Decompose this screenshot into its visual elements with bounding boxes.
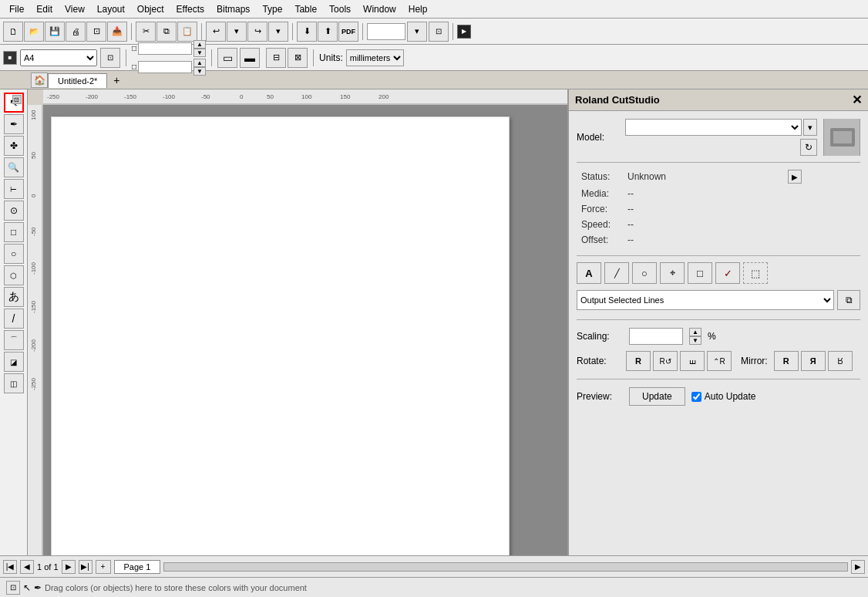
status-expand-btn[interactable]: ▶ bbox=[788, 170, 802, 184]
output-pen-btn[interactable]: ╱ bbox=[604, 262, 629, 284]
export-up-btn[interactable]: ⬆ bbox=[318, 22, 338, 42]
copy-btn[interactable]: ⧉ bbox=[156, 22, 177, 42]
open-btn[interactable]: 📂 bbox=[24, 22, 44, 42]
measure-tool[interactable]: ⊢ bbox=[4, 179, 24, 199]
zoom-fit-btn[interactable]: ⊡ bbox=[429, 22, 449, 42]
undo-dropdown[interactable]: ▾ bbox=[227, 22, 247, 42]
menu-edit[interactable]: Edit bbox=[30, 2, 59, 16]
output-check-btn[interactable]: ✓ bbox=[715, 262, 740, 284]
svg-text:0: 0 bbox=[240, 93, 244, 100]
page-prev-btn[interactable]: ◀ bbox=[20, 560, 34, 574]
width-down[interactable]: ▼ bbox=[193, 49, 206, 57]
bezier-tool[interactable]: ✒ bbox=[4, 114, 24, 134]
tab-untitled[interactable]: Untitled-2* bbox=[48, 73, 107, 88]
export-down-btn[interactable]: ⬇ bbox=[297, 22, 317, 42]
eraser-tool[interactable]: ◫ bbox=[4, 373, 24, 393]
zoom-input[interactable]: 36% bbox=[367, 23, 405, 40]
layout-btn1[interactable]: ⊟ bbox=[266, 48, 286, 68]
output-brush-btn[interactable]: ⌖ bbox=[660, 262, 685, 284]
scaling-input[interactable]: 100 bbox=[629, 328, 683, 345]
text-tool[interactable]: あ bbox=[4, 287, 24, 307]
mirror-v-btn[interactable]: R bbox=[828, 351, 853, 371]
polygon-tool[interactable]: ⬡ bbox=[4, 265, 24, 285]
undo-btn[interactable]: ↩ bbox=[206, 22, 226, 42]
zoom-dropdown[interactable]: ▾ bbox=[407, 22, 427, 42]
status-left-btn[interactable]: ⊡ bbox=[6, 581, 20, 595]
height-down[interactable]: ▼ bbox=[193, 67, 206, 76]
scroll-right-btn[interactable]: ▶ bbox=[851, 560, 865, 574]
spiral-tool[interactable]: ⊙ bbox=[4, 201, 24, 221]
menu-file[interactable]: File bbox=[3, 2, 30, 16]
home-btn[interactable]: 🏠 bbox=[31, 73, 48, 88]
output-circle-btn[interactable]: ○ bbox=[632, 262, 657, 284]
menu-help[interactable]: Help bbox=[402, 2, 434, 16]
rotate-0-btn[interactable]: R bbox=[626, 351, 651, 371]
landscape-btn[interactable]: ▬ bbox=[240, 48, 260, 68]
model-dropdown[interactable]: ▾ bbox=[803, 119, 817, 136]
page-add-btn[interactable]: + bbox=[96, 560, 111, 574]
horizontal-scrollbar[interactable] bbox=[163, 562, 848, 572]
line-tool[interactable]: / bbox=[4, 309, 24, 329]
pdf-btn[interactable]: PDF bbox=[338, 22, 358, 42]
portrait-btn[interactable]: ▭ bbox=[217, 48, 237, 68]
menu-effects[interactable]: Effects bbox=[170, 2, 210, 16]
model-select[interactable] bbox=[625, 119, 802, 136]
menu-tools[interactable]: Tools bbox=[323, 2, 357, 16]
units-select[interactable]: millimeters bbox=[346, 49, 404, 66]
auto-update-checkbox[interactable] bbox=[691, 392, 701, 402]
menu-window[interactable]: Window bbox=[357, 2, 402, 16]
width-input[interactable]: 210.0 mm bbox=[138, 42, 192, 55]
save-btn[interactable]: 💾 bbox=[45, 22, 65, 42]
scaling-up-btn[interactable]: ▲ bbox=[689, 328, 701, 336]
fill-tool[interactable]: ◪ bbox=[4, 352, 24, 372]
output-square-btn[interactable]: □ bbox=[688, 262, 712, 284]
new-document-btn[interactable]: 🗋 bbox=[3, 22, 23, 42]
rectangle-tool[interactable]: □ bbox=[4, 222, 24, 242]
menu-view[interactable]: View bbox=[59, 2, 91, 16]
page-size-select[interactable]: A4 bbox=[20, 49, 97, 66]
output-dashed-btn[interactable]: ⬚ bbox=[743, 262, 768, 284]
zoom-tool[interactable]: 🔍 bbox=[4, 157, 24, 177]
menu-object[interactable]: Object bbox=[131, 2, 170, 16]
cut-btn[interactable]: ✂ bbox=[136, 22, 156, 42]
page-last-btn[interactable]: ▶| bbox=[79, 560, 93, 574]
rotate-90-btn[interactable]: R↺ bbox=[653, 351, 678, 371]
print-btn[interactable]: 🖨 bbox=[66, 22, 86, 42]
update-btn[interactable]: Update bbox=[629, 387, 685, 406]
task-btn[interactable]: ▶ bbox=[457, 25, 471, 39]
copy-output-btn[interactable]: ⧉ bbox=[837, 290, 860, 310]
pointer-tool[interactable]: ↖ ⊡ bbox=[4, 93, 24, 113]
mirror-normal-btn[interactable]: R bbox=[774, 351, 799, 371]
output-select[interactable]: Output Selected Lines bbox=[577, 290, 834, 310]
scaling-down-btn[interactable]: ▼ bbox=[689, 336, 701, 345]
layout-btn2[interactable]: ⊠ bbox=[288, 48, 308, 68]
menu-bitmaps[interactable]: Bitmaps bbox=[210, 2, 256, 16]
canvas-bg[interactable] bbox=[43, 105, 567, 555]
print-preview-btn[interactable]: ⊡ bbox=[86, 22, 106, 42]
rotate-270-btn[interactable]: ⌃R bbox=[707, 351, 732, 371]
redo-btn[interactable]: ↪ bbox=[247, 22, 267, 42]
page-settings-btn[interactable]: ⊡ bbox=[100, 48, 120, 68]
width-up[interactable]: ▲ bbox=[193, 40, 206, 49]
paste-btn[interactable]: 📋 bbox=[177, 22, 197, 42]
redo-dropdown[interactable]: ▾ bbox=[268, 22, 288, 42]
import-btn[interactable]: 📥 bbox=[107, 22, 127, 42]
page-next-btn[interactable]: ▶ bbox=[62, 560, 76, 574]
connector-tool[interactable]: ⌒ bbox=[4, 330, 24, 350]
menu-type[interactable]: Type bbox=[256, 2, 288, 16]
height-up[interactable]: ▲ bbox=[193, 59, 206, 67]
add-tab-btn[interactable]: + bbox=[107, 72, 126, 89]
refresh-btn[interactable]: ↻ bbox=[800, 139, 817, 156]
menu-table[interactable]: Table bbox=[288, 2, 323, 16]
output-text-btn[interactable]: A bbox=[577, 262, 601, 284]
mirror-h-btn[interactable]: Я bbox=[801, 351, 826, 371]
height-input[interactable]: 297.0 mm bbox=[138, 61, 192, 73]
menu-layout[interactable]: Layout bbox=[91, 2, 131, 16]
transform-tool[interactable]: ✤ bbox=[4, 136, 24, 156]
task-icon[interactable]: ■ bbox=[3, 51, 17, 65]
ellipse-tool[interactable]: ○ bbox=[4, 244, 24, 264]
page-tab-1[interactable]: Page 1 bbox=[114, 560, 161, 574]
panel-close-btn[interactable]: ✕ bbox=[852, 93, 862, 107]
page-first-btn[interactable]: |◀ bbox=[3, 560, 17, 574]
rotate-180-btn[interactable]: ꟺ bbox=[680, 351, 705, 371]
